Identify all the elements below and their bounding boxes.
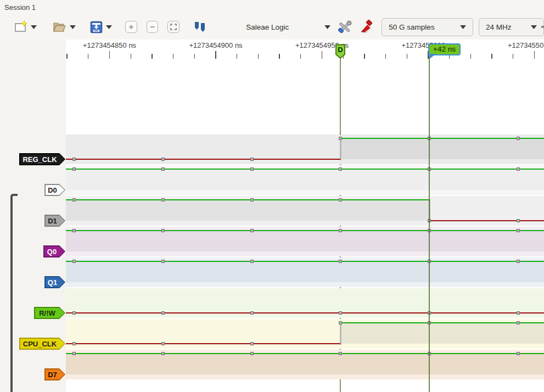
sample-dot — [517, 352, 520, 355]
sample-dot — [339, 322, 342, 324]
channel-row-D0 — [66, 165, 544, 195]
channel-panel: REG_CLK D0 D1 Q0 Q1 R/!W CPU_CLK D7 — [0, 40, 66, 392]
sample-dot — [162, 312, 165, 315]
channel-row-REG_CLK — [66, 135, 544, 164]
channel-row-CPU_CLK — [66, 319, 544, 349]
channel-row-R/!W — [66, 288, 544, 318]
channel-tag-REG_CLK[interactable]: REG_CLK — [19, 153, 65, 165]
sample-dot — [251, 158, 254, 161]
sample-dot — [73, 352, 76, 355]
waveform-canvas[interactable] — [0, 0, 544, 392]
ruler-label: +1273455050 ns — [508, 41, 544, 49]
channel-tag-D1[interactable]: D1 — [44, 215, 65, 227]
sample-dot — [339, 199, 342, 201]
sample-dot — [517, 137, 520, 140]
channel-tag-CPU_CLK[interactable]: CPU_CLK — [19, 338, 65, 350]
channel-row-D7 — [66, 350, 544, 379]
timing-marker-flag[interactable]: D — [334, 44, 346, 63]
sample-dot — [162, 158, 165, 161]
channel-row-D1 — [66, 196, 544, 226]
channel-tag-label: CPU_CLK — [20, 339, 65, 349]
sample-dot — [73, 343, 76, 345]
measurement-tail — [430, 54, 436, 59]
sample-dot — [339, 229, 342, 232]
sample-dot — [162, 352, 165, 355]
channel-tag-D0[interactable]: D0 — [44, 184, 65, 196]
sample-dot — [517, 168, 520, 171]
channel-tag-label: R/!W — [35, 308, 65, 318]
sample-dot — [517, 312, 520, 315]
sample-dot — [162, 260, 165, 263]
channel-tag-R/!W[interactable]: R/!W — [34, 307, 65, 319]
sample-dot — [517, 229, 520, 232]
sample-dot — [162, 343, 165, 345]
sample-dot — [339, 312, 342, 315]
sample-dot — [251, 312, 254, 315]
sample-dot — [251, 229, 254, 232]
ruler-ticks — [67, 51, 534, 59]
marker-flag-label: D — [338, 46, 343, 54]
sample-dot — [73, 260, 76, 263]
sample-dot — [339, 168, 342, 171]
channel-tag-Q0[interactable]: Q0 — [43, 245, 65, 257]
sample-dot — [251, 199, 254, 201]
channel-tag-Q1[interactable]: Q1 — [44, 276, 65, 288]
ruler-label: +1273454850 ns — [83, 41, 136, 49]
channel-tag-D7[interactable]: D7 — [44, 368, 65, 380]
sample-dot — [517, 260, 520, 263]
sample-dot — [73, 168, 76, 171]
app-window: Session 1 — [0, 0, 544, 392]
measurement-value: +42 ns — [433, 45, 456, 53]
channel-row-Q0 — [66, 227, 544, 256]
channel-row-Q1 — [66, 257, 544, 287]
sample-dot — [251, 260, 254, 263]
sample-dot — [73, 312, 76, 315]
sample-dot — [339, 137, 342, 140]
sample-dot — [73, 158, 76, 161]
sample-dot — [162, 168, 165, 171]
sample-dot — [162, 229, 165, 232]
ruler-label: +1273454900 ns — [189, 41, 242, 49]
measurement-label[interactable]: +42 ns — [428, 43, 461, 55]
sample-dot — [517, 220, 520, 222]
channel-tag-label: REG_CLK — [20, 154, 65, 165]
sample-dot — [339, 352, 342, 355]
sample-dot — [251, 343, 254, 345]
sample-dot — [73, 199, 76, 201]
sample-dot — [73, 229, 76, 232]
sample-dot — [339, 260, 342, 263]
channel-group-bracket — [10, 194, 18, 392]
sample-dot — [517, 322, 520, 324]
sample-dot — [251, 352, 254, 355]
sample-dot — [162, 199, 165, 201]
sample-dot — [251, 168, 254, 171]
